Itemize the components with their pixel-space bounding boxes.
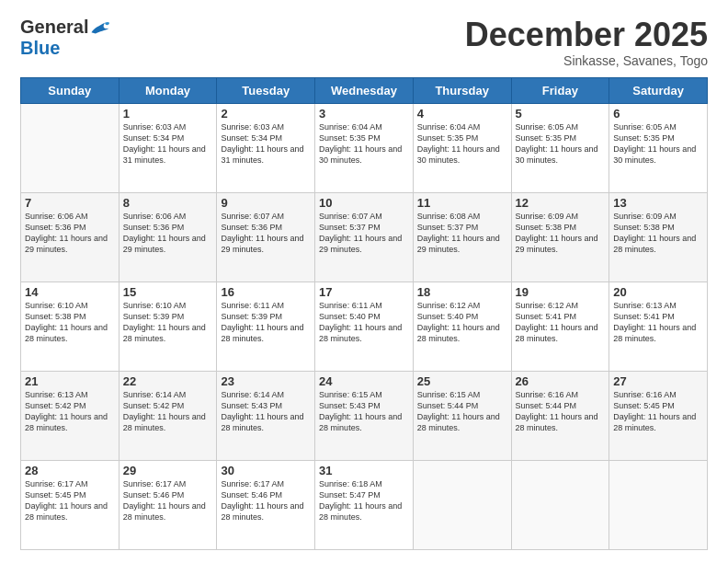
- table-row: 31Sunrise: 6:18 AM Sunset: 5:47 PM Dayli…: [315, 460, 414, 549]
- table-row: 23Sunrise: 6:14 AM Sunset: 5:43 PM Dayli…: [217, 371, 315, 460]
- day-info: Sunrise: 6:10 AM Sunset: 5:38 PM Dayligh…: [25, 300, 115, 345]
- table-row: [511, 460, 609, 549]
- table-row: 4Sunrise: 6:04 AM Sunset: 5:35 PM Daylig…: [413, 103, 511, 192]
- day-number: 6: [613, 107, 703, 121]
- col-thursday: Thursday: [413, 77, 511, 103]
- logo-general-text: General: [20, 17, 88, 38]
- day-info: Sunrise: 6:05 AM Sunset: 5:35 PM Dayligh…: [516, 121, 606, 167]
- table-row: 8Sunrise: 6:06 AM Sunset: 5:36 PM Daylig…: [119, 192, 217, 282]
- day-number: 7: [25, 196, 115, 210]
- title-area: December 2025 Sinkasse, Savanes, Togo: [465, 17, 708, 68]
- logo-bird-icon: [90, 19, 110, 36]
- day-number: 21: [25, 374, 115, 388]
- table-row: 13Sunrise: 6:09 AM Sunset: 5:38 PM Dayli…: [609, 192, 708, 282]
- table-row: 24Sunrise: 6:15 AM Sunset: 5:43 PM Dayli…: [315, 371, 414, 460]
- day-info: Sunrise: 6:13 AM Sunset: 5:41 PM Dayligh…: [613, 300, 703, 345]
- day-number: 9: [221, 196, 311, 210]
- day-number: 27: [613, 374, 703, 388]
- day-info: Sunrise: 6:08 AM Sunset: 5:37 PM Dayligh…: [417, 211, 507, 256]
- table-row: [413, 460, 511, 549]
- day-number: 13: [613, 196, 703, 210]
- day-number: 5: [516, 107, 606, 121]
- day-info: Sunrise: 6:12 AM Sunset: 5:40 PM Dayligh…: [417, 300, 507, 345]
- table-row: [609, 460, 708, 549]
- table-row: 10Sunrise: 6:07 AM Sunset: 5:37 PM Dayli…: [315, 192, 414, 282]
- table-row: 6Sunrise: 6:05 AM Sunset: 5:35 PM Daylig…: [609, 103, 708, 192]
- calendar-week-row: 7Sunrise: 6:06 AM Sunset: 5:36 PM Daylig…: [21, 192, 708, 282]
- calendar-week-row: 14Sunrise: 6:10 AM Sunset: 5:38 PM Dayli…: [21, 282, 708, 371]
- header: General Blue December 2025 Sinkasse, Sav…: [20, 17, 708, 68]
- table-row: 29Sunrise: 6:17 AM Sunset: 5:46 PM Dayli…: [119, 460, 217, 549]
- table-row: 16Sunrise: 6:11 AM Sunset: 5:39 PM Dayli…: [217, 282, 315, 371]
- table-row: 9Sunrise: 6:07 AM Sunset: 5:36 PM Daylig…: [217, 192, 315, 282]
- day-number: 28: [25, 464, 115, 477]
- day-info: Sunrise: 6:09 AM Sunset: 5:38 PM Dayligh…: [516, 211, 606, 256]
- calendar-week-row: 28Sunrise: 6:17 AM Sunset: 5:45 PM Dayli…: [21, 460, 708, 549]
- day-number: 18: [417, 285, 507, 299]
- table-row: 27Sunrise: 6:16 AM Sunset: 5:45 PM Dayli…: [609, 371, 708, 460]
- day-number: 25: [417, 374, 507, 388]
- day-info: Sunrise: 6:17 AM Sunset: 5:46 PM Dayligh…: [221, 478, 311, 523]
- day-info: Sunrise: 6:04 AM Sunset: 5:35 PM Dayligh…: [319, 121, 409, 167]
- day-info: Sunrise: 6:12 AM Sunset: 5:41 PM Dayligh…: [516, 300, 606, 345]
- table-row: 12Sunrise: 6:09 AM Sunset: 5:38 PM Dayli…: [511, 192, 609, 282]
- logo-blue-text: Blue: [20, 38, 60, 59]
- table-row: 3Sunrise: 6:04 AM Sunset: 5:35 PM Daylig…: [315, 103, 414, 192]
- table-row: 5Sunrise: 6:05 AM Sunset: 5:35 PM Daylig…: [511, 103, 609, 192]
- day-number: 4: [417, 107, 507, 121]
- day-info: Sunrise: 6:17 AM Sunset: 5:45 PM Dayligh…: [25, 478, 115, 523]
- day-info: Sunrise: 6:15 AM Sunset: 5:44 PM Dayligh…: [417, 389, 507, 434]
- table-row: 20Sunrise: 6:13 AM Sunset: 5:41 PM Dayli…: [609, 282, 708, 371]
- day-number: 20: [613, 285, 703, 299]
- day-number: 8: [123, 196, 213, 210]
- day-number: 1: [123, 107, 213, 121]
- col-saturday: Saturday: [609, 77, 708, 103]
- table-row: 15Sunrise: 6:10 AM Sunset: 5:39 PM Dayli…: [119, 282, 217, 371]
- day-info: Sunrise: 6:06 AM Sunset: 5:36 PM Dayligh…: [123, 211, 213, 256]
- calendar-header-row: Sunday Monday Tuesday Wednesday Thursday…: [21, 77, 708, 103]
- day-info: Sunrise: 6:07 AM Sunset: 5:36 PM Dayligh…: [221, 211, 311, 256]
- calendar-week-row: 1Sunrise: 6:03 AM Sunset: 5:34 PM Daylig…: [21, 103, 708, 192]
- table-row: 26Sunrise: 6:16 AM Sunset: 5:44 PM Dayli…: [511, 371, 609, 460]
- day-number: 23: [221, 374, 311, 388]
- day-info: Sunrise: 6:17 AM Sunset: 5:46 PM Dayligh…: [123, 478, 213, 523]
- col-tuesday: Tuesday: [217, 77, 315, 103]
- table-row: 25Sunrise: 6:15 AM Sunset: 5:44 PM Dayli…: [413, 371, 511, 460]
- calendar-week-row: 21Sunrise: 6:13 AM Sunset: 5:42 PM Dayli…: [21, 371, 708, 460]
- table-row: 21Sunrise: 6:13 AM Sunset: 5:42 PM Dayli…: [21, 371, 119, 460]
- day-info: Sunrise: 6:11 AM Sunset: 5:39 PM Dayligh…: [221, 300, 311, 345]
- day-info: Sunrise: 6:03 AM Sunset: 5:34 PM Dayligh…: [221, 121, 311, 167]
- day-number: 26: [516, 374, 606, 388]
- table-row: 18Sunrise: 6:12 AM Sunset: 5:40 PM Dayli…: [413, 282, 511, 371]
- calendar-table: Sunday Monday Tuesday Wednesday Thursday…: [20, 77, 708, 550]
- table-row: [21, 103, 119, 192]
- day-number: 24: [319, 374, 409, 388]
- location: Sinkasse, Savanes, Togo: [465, 53, 708, 68]
- col-friday: Friday: [511, 77, 609, 103]
- table-row: 1Sunrise: 6:03 AM Sunset: 5:34 PM Daylig…: [119, 103, 217, 192]
- day-number: 12: [516, 196, 606, 210]
- day-number: 30: [221, 464, 311, 477]
- table-row: 7Sunrise: 6:06 AM Sunset: 5:36 PM Daylig…: [21, 192, 119, 282]
- day-info: Sunrise: 6:13 AM Sunset: 5:42 PM Dayligh…: [25, 389, 115, 434]
- col-monday: Monday: [119, 77, 217, 103]
- day-number: 17: [319, 285, 409, 299]
- day-info: Sunrise: 6:10 AM Sunset: 5:39 PM Dayligh…: [123, 300, 213, 345]
- day-info: Sunrise: 6:07 AM Sunset: 5:37 PM Dayligh…: [319, 211, 409, 256]
- table-row: 17Sunrise: 6:11 AM Sunset: 5:40 PM Dayli…: [315, 282, 414, 371]
- calendar-body: 1Sunrise: 6:03 AM Sunset: 5:34 PM Daylig…: [21, 103, 708, 549]
- day-number: 11: [417, 196, 507, 210]
- table-row: 19Sunrise: 6:12 AM Sunset: 5:41 PM Dayli…: [511, 282, 609, 371]
- col-sunday: Sunday: [21, 77, 119, 103]
- col-wednesday: Wednesday: [315, 77, 414, 103]
- day-info: Sunrise: 6:15 AM Sunset: 5:43 PM Dayligh…: [319, 389, 409, 434]
- day-info: Sunrise: 6:16 AM Sunset: 5:45 PM Dayligh…: [613, 389, 703, 434]
- day-info: Sunrise: 6:05 AM Sunset: 5:35 PM Dayligh…: [613, 121, 703, 167]
- day-number: 14: [25, 285, 115, 299]
- day-number: 15: [123, 285, 213, 299]
- day-number: 16: [221, 285, 311, 299]
- day-info: Sunrise: 6:06 AM Sunset: 5:36 PM Dayligh…: [25, 211, 115, 256]
- day-info: Sunrise: 6:18 AM Sunset: 5:47 PM Dayligh…: [319, 478, 409, 523]
- logo: General Blue: [20, 17, 110, 59]
- day-info: Sunrise: 6:09 AM Sunset: 5:38 PM Dayligh…: [613, 211, 703, 256]
